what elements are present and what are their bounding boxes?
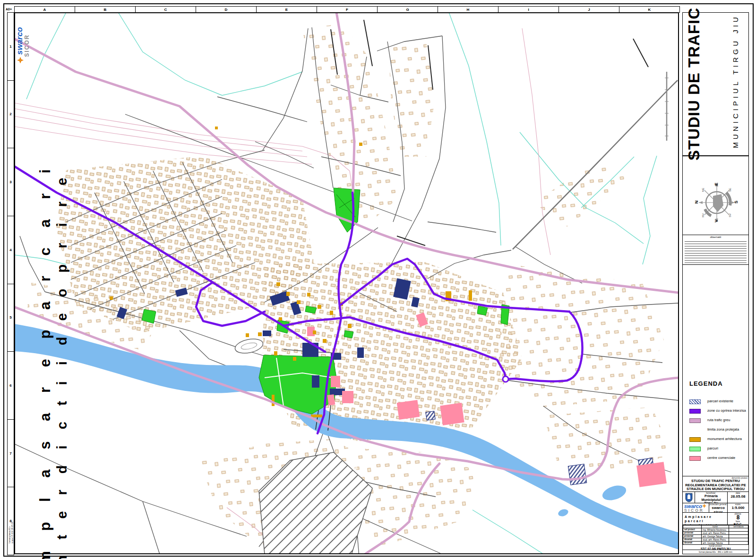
signature-role: desenat [683, 538, 702, 541]
signature-row: sef proiecting. Mihaela Nicolescu [683, 528, 748, 531]
compass-se: SE [729, 188, 731, 192]
legend-item: limita zona protejata [689, 428, 748, 433]
signature-name: arh. George Talutia [702, 534, 729, 538]
sicor-wordmark: SICOR [24, 27, 30, 57]
ruler-column-G: G [378, 7, 438, 12]
legend-swatch [689, 409, 701, 414]
railway [513, 72, 678, 249]
map-title-line2: I n t e r d i c t i i d e o p r i r e [54, 172, 70, 559]
legend-item: parcuri [689, 447, 748, 452]
ruler-column-B: B [75, 7, 136, 12]
ruler-column-H: H [438, 7, 498, 12]
drawing-title-cell: Amplasare parcari Interdictii de oprire [683, 513, 728, 525]
date-cell: data: 28.05.08 [728, 492, 748, 503]
sicor-brand: SICOR [684, 508, 709, 512]
legend-label: parcuri [707, 447, 718, 451]
compass-nv: NV [702, 213, 704, 217]
signature-role: desenat [683, 541, 702, 544]
signature-blank [729, 541, 748, 544]
signature-name: arh. George Talutia [702, 541, 729, 544]
city-map [14, 12, 679, 554]
ruler-column-K: K [619, 7, 679, 12]
project-number-cell: numar proiect: STC 07.06/ PMTGJIU [683, 545, 748, 550]
legend-label: zone cu oprirea interzisa [707, 409, 746, 413]
note-line [685, 253, 747, 254]
roundabout [503, 376, 508, 382]
city-coat-of-arms [683, 492, 695, 503]
signature-blank [729, 534, 748, 538]
ruler-column-C: C [136, 7, 196, 12]
notes-box: observatii [682, 235, 749, 265]
legend-label: ruta trafic greu [707, 418, 730, 423]
ruler-row-3: 3 [8, 148, 14, 216]
signature-row: proiectatstud. arh. Rares Petru [683, 531, 748, 534]
ruler-column-D: D [196, 7, 257, 12]
signature-row: desenatarh. George Talutia [683, 541, 748, 544]
legend-box: LEGENDA parcari existentezone cu oprirea… [682, 264, 749, 476]
legend-label: limita zona protejata [707, 428, 739, 432]
title-block-header: denumire proiect STUDIU DE TRAFIC PENTRU… [683, 476, 748, 492]
plot-stamp-line2: scara 1:5.000 28.05.08 [11, 522, 14, 543]
swarco-logo: swarco sicor swarco SICOR [683, 503, 709, 512]
legend-label: centre comerciale [707, 456, 735, 460]
note-line [685, 241, 747, 242]
scale-value: 1:5.000 [728, 506, 748, 510]
sheet-format-label: A0+ [6, 6, 14, 12]
stadium [234, 337, 265, 356]
legend-item: parcari existente [689, 399, 748, 405]
signature-name: ing. Mihaela Nicolescu [702, 528, 729, 531]
plot-stamp: format plansa A0+ scara 1:5.000 28.05.08 [9, 522, 14, 543]
ruler-row-7: 7 [8, 420, 14, 488]
date-value: 28.05.08 [728, 494, 748, 499]
map-title-line1: A m p l a s a r e p a r c a r i [37, 161, 54, 559]
designer-cell: proiectant general: swarco sicor [709, 503, 728, 512]
signature-row: proiectatarh. George Talutia [683, 534, 748, 538]
signature-role: proiectat [683, 534, 702, 538]
plotted-drawing-sheet: { "page": { "sheet_label": "A0+", "ruler… [0, 0, 756, 559]
ruler-row-6: 6 [8, 352, 14, 420]
phase-value: P.O.C. [728, 523, 748, 525]
signature-name: stud. arh. Rares Petru [702, 538, 729, 541]
legend-title: LEGENDA [689, 380, 748, 387]
signature-name: stud. arh. Rares Petru [702, 531, 729, 534]
project-title-line3: STRAZILE DIN MUNICIPIUL TIRGU JIU [684, 487, 747, 492]
legend-item: centre comerciale [689, 456, 748, 461]
compass-n: N [694, 201, 699, 204]
panel-subtitle: MUNICIPIUL TIRGU JIU [731, 14, 739, 148]
ruler-row-2: 2 [8, 81, 14, 149]
legend-label: monument arhitectura [707, 437, 742, 441]
note-line [685, 244, 747, 244]
ruler-left: 12345678 [7, 12, 14, 555]
ruler-column-I: I [498, 7, 559, 12]
signature-row: desenatstud. arh. Rares Petru [683, 538, 748, 541]
title-block: denumire proiect STUDIU DE TRAFIC PENTRU… [682, 476, 749, 554]
ruler-row-4: 4 [8, 216, 14, 284]
signature-blank [729, 528, 748, 531]
ruler-column-A: A [15, 7, 75, 12]
legend-swatch [689, 399, 701, 404]
legend-item: ruta trafic greu [689, 418, 748, 423]
compass-box [682, 156, 749, 235]
map-area [14, 12, 679, 554]
ruler-row-8: 8 [8, 487, 14, 555]
drawing-title-line2: Interdictii de oprire [683, 523, 727, 525]
legend-swatch [689, 456, 701, 461]
note-line [685, 246, 747, 246]
note-line [685, 248, 747, 249]
beneficiary-cell: beneficiar: Primaria Municipiului Tirgu … [695, 492, 728, 503]
sheet-number: 8 [728, 515, 748, 520]
note-line [685, 251, 747, 251]
note-line [685, 255, 747, 256]
legend-swatch [689, 437, 701, 442]
notes-lines [683, 238, 748, 264]
legend-label: parcari existente [707, 399, 733, 404]
beneficiary-name-line1: Primaria Municipiului [695, 494, 727, 501]
ruler-column-J: J [559, 7, 619, 12]
signature-blank [729, 538, 748, 541]
ruler-column-F: F [317, 7, 378, 12]
beneficiary-name-line2: Tirgu Jiu [695, 501, 727, 503]
note-line [685, 258, 747, 258]
drawing-title-line1: Amplasare parcari [683, 513, 727, 523]
title-block-footer: format plansa A0+ · 841 x 1189 mm [683, 550, 748, 554]
legend-swatch [689, 447, 701, 451]
